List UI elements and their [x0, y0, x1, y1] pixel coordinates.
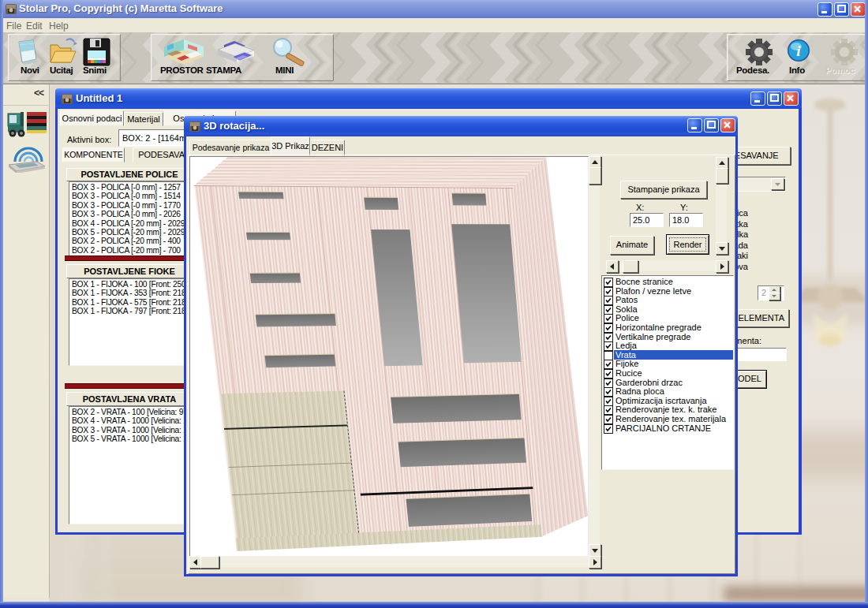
- svg-text:i: i: [796, 43, 801, 59]
